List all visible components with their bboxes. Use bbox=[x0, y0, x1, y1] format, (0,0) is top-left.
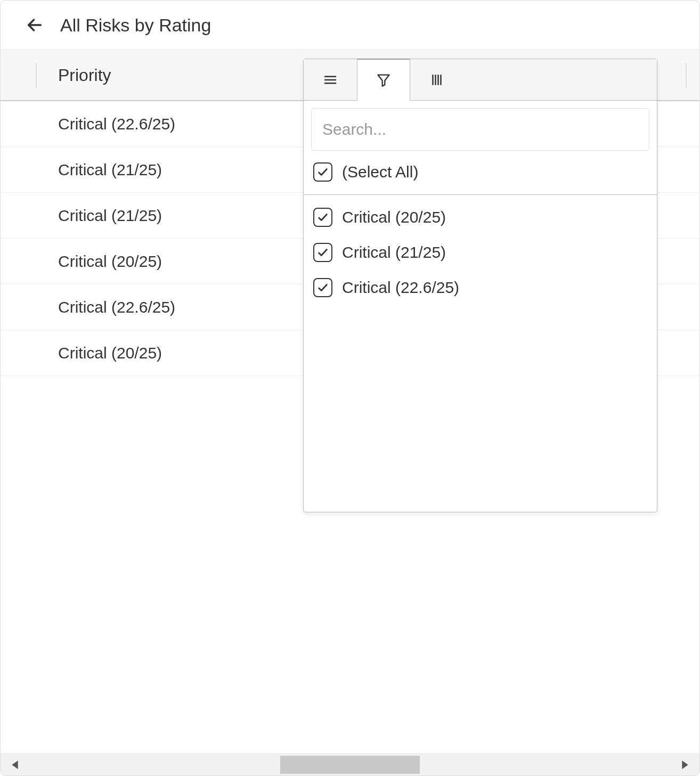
page-header: All Risks by Rating bbox=[1, 1, 699, 50]
filter-option[interactable]: Critical (22.6/25) bbox=[311, 274, 649, 301]
column-separator[interactable] bbox=[686, 63, 687, 88]
cell-priority: Critical (21/25) bbox=[58, 207, 162, 225]
checkbox[interactable] bbox=[313, 208, 332, 227]
check-icon bbox=[317, 282, 329, 293]
triangle-right-icon bbox=[682, 761, 688, 769]
column-separator[interactable] bbox=[36, 63, 37, 88]
filter-search-input[interactable] bbox=[311, 108, 649, 151]
divider bbox=[304, 194, 657, 195]
app-window: All Risks by Rating Priority Critical (2… bbox=[0, 0, 700, 776]
page-title: All Risks by Rating bbox=[60, 15, 211, 36]
filter-option-label: Critical (21/25) bbox=[342, 243, 446, 262]
scroll-left-button[interactable] bbox=[10, 760, 20, 770]
scrollbar-thumb[interactable] bbox=[280, 756, 420, 774]
filter-tabs bbox=[304, 59, 657, 101]
svg-marker-9 bbox=[12, 761, 18, 769]
check-icon bbox=[317, 247, 329, 258]
check-icon bbox=[317, 211, 329, 223]
filter-popup-body: (Select All) Critical (20/25) Critical (… bbox=[304, 101, 657, 309]
data-grid: Priority Critical (22.6/25) Critical (21… bbox=[1, 50, 699, 775]
cell-priority: Critical (22.6/25) bbox=[58, 298, 175, 316]
checkbox[interactable] bbox=[313, 278, 332, 297]
triangle-left-icon bbox=[12, 761, 18, 769]
arrow-left-icon bbox=[26, 16, 44, 34]
check-icon bbox=[317, 166, 329, 178]
scroll-right-button[interactable] bbox=[680, 760, 690, 770]
svg-marker-10 bbox=[682, 761, 688, 769]
back-button[interactable] bbox=[24, 14, 45, 36]
hamburger-icon bbox=[322, 72, 338, 88]
tab-columns[interactable] bbox=[410, 59, 463, 100]
select-all-label: (Select All) bbox=[342, 163, 418, 181]
column-header-priority[interactable]: Priority bbox=[36, 66, 111, 85]
columns-icon bbox=[429, 72, 445, 88]
column-filter-popup: (Select All) Critical (20/25) Critical (… bbox=[303, 59, 657, 512]
cell-priority: Critical (20/25) bbox=[58, 344, 162, 362]
filter-select-all[interactable]: (Select All) bbox=[311, 158, 649, 186]
cell-priority: Critical (20/25) bbox=[58, 252, 162, 271]
horizontal-scrollbar[interactable] bbox=[1, 753, 699, 775]
tab-menu[interactable] bbox=[304, 59, 357, 100]
filter-option-label: Critical (20/25) bbox=[342, 208, 446, 226]
filter-option-label: Critical (22.6/25) bbox=[342, 279, 459, 297]
cell-priority: Critical (22.6/25) bbox=[58, 115, 175, 133]
filter-option[interactable]: Critical (20/25) bbox=[311, 203, 649, 231]
cell-priority: Critical (21/25) bbox=[58, 161, 162, 179]
filter-option[interactable]: Critical (21/25) bbox=[311, 239, 649, 266]
checkbox[interactable] bbox=[313, 243, 332, 262]
tab-filter[interactable] bbox=[357, 59, 410, 101]
svg-marker-4 bbox=[378, 75, 389, 86]
checkbox[interactable] bbox=[313, 162, 332, 182]
filter-icon bbox=[376, 72, 391, 87]
